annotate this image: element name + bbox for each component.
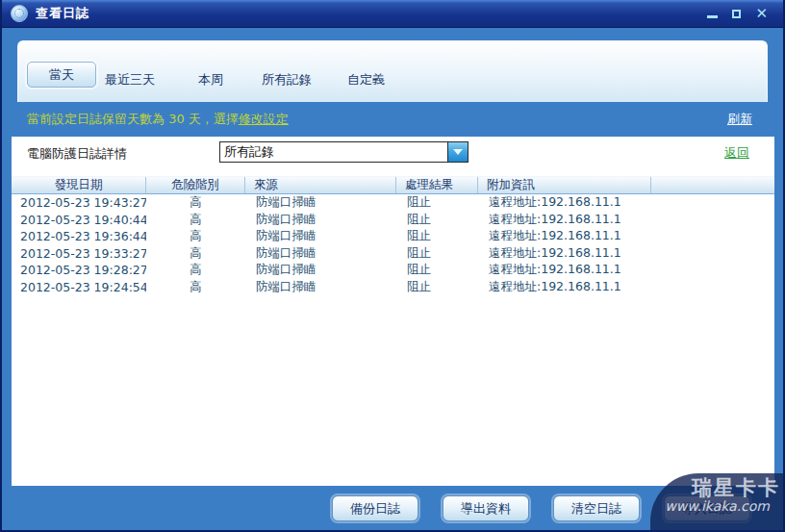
cell-result: 阻止 — [396, 212, 478, 228]
table-row[interactable]: 2012-05-23 19:28:27 高 防端口掃瞄 阻止 遠程地址:192.… — [12, 262, 774, 279]
title-bar: 查看日誌 ✕ — [0, 0, 785, 28]
cell-date: 2012-05-23 19:43:27 — [12, 195, 146, 210]
retention-notice-prefix: 當前設定日誌保留天數為 30 天，選擇 — [27, 112, 239, 126]
time-range-tabstrip: 當天 最近三天 本周 所有記錄 自定義 — [17, 40, 768, 102]
cell-date: 2012-05-23 19:36:44 — [12, 229, 146, 243]
cell-risk: 高 — [146, 194, 245, 211]
log-type-dropdown[interactable]: 所有記錄 — [219, 141, 468, 163]
cell-info: 遠程地址:192.168.11.1 — [478, 245, 651, 262]
close-button[interactable]: ✕ — [755, 6, 768, 21]
cell-date: 2012-05-23 19:28:27 — [12, 263, 146, 277]
column-header-empty — [651, 177, 774, 193]
cell-result: 阻止 — [396, 194, 478, 211]
table-row[interactable]: 2012-05-23 19:36:44 高 防端口掃瞄 阻止 遠程地址:192.… — [12, 228, 774, 245]
cell-info: 遠程地址:192.168.11.1 — [478, 212, 651, 228]
cell-info: 遠程地址:192.168.11.1 — [478, 279, 651, 295]
chevron-down-icon — [453, 149, 463, 155]
shield-badge-icon — [11, 5, 28, 22]
back-link[interactable]: 返回 — [724, 144, 749, 162]
cell-source: 防端口掃瞄 — [245, 279, 396, 295]
window-controls: ✕ — [707, 6, 785, 21]
export-data-button[interactable]: 導出資料 — [443, 495, 529, 521]
window-title: 查看日誌 — [36, 5, 89, 22]
retention-notice-text: 當前設定日誌保留天數為 30 天，選擇修改設定 — [27, 111, 289, 128]
cell-date: 2012-05-23 19:40:44 — [12, 213, 146, 227]
retention-notice-row: 當前設定日誌保留天數為 30 天，選擇修改設定 刷新 — [17, 102, 768, 137]
minimize-button[interactable] — [707, 6, 718, 21]
footer-button-bar: 備份日誌 導出資料 清空日誌 導入日誌 — [332, 495, 750, 521]
cell-date: 2012-05-23 19:33:27 — [12, 246, 146, 261]
cell-source: 防端口掃瞄 — [245, 194, 396, 211]
cell-source: 防端口掃瞄 — [245, 245, 396, 262]
tab-custom[interactable]: 自定義 — [347, 71, 385, 89]
table-row[interactable]: 2012-05-23 19:33:27 高 防端口掃瞄 阻止 遠程地址:192.… — [12, 245, 774, 263]
cell-result: 阻止 — [396, 262, 478, 278]
column-header-source: 來源 — [245, 177, 396, 193]
clear-log-button[interactable]: 清空日誌 — [553, 495, 640, 521]
refresh-link[interactable]: 刷新 — [727, 111, 752, 128]
tab-last-three-days[interactable]: 最近三天 — [105, 71, 155, 89]
cell-source: 防端口掃瞄 — [245, 262, 396, 278]
column-header-risk: 危險階別 — [146, 177, 245, 193]
cell-result: 阻止 — [396, 228, 478, 244]
table-row[interactable]: 2012-05-23 19:24:54 高 防端口掃瞄 阻止 遠程地址:192.… — [12, 279, 774, 296]
cell-source: 防端口掃瞄 — [245, 228, 396, 244]
cell-result: 阻止 — [396, 245, 478, 262]
tab-label: 當天 — [49, 66, 74, 84]
table-body: 2012-05-23 19:43:27 高 防端口掃瞄 阻止 遠程地址:192.… — [12, 194, 774, 295]
tab-all-records[interactable]: 所有記錄 — [262, 71, 312, 89]
column-header-info: 附加資訊 — [478, 177, 651, 193]
log-content-panel: 電腦防護日誌詳情 所有記錄 返回 發現日期 危險階別 來源 處理結果 附加資訊 … — [12, 137, 774, 486]
cell-info: 遠程地址:192.168.11.1 — [478, 228, 651, 244]
maximize-button[interactable] — [732, 6, 741, 21]
table-row[interactable]: 2012-05-23 19:40:44 高 防端口掃瞄 阻止 遠程地址:192.… — [12, 212, 774, 229]
table-row[interactable]: 2012-05-23 19:43:27 高 防端口掃瞄 阻止 遠程地址:192.… — [12, 194, 774, 212]
import-log-button[interactable]: 導入日誌 — [664, 495, 750, 521]
cell-risk: 高 — [146, 228, 245, 244]
log-detail-label: 電腦防護日誌詳情 — [27, 145, 127, 163]
close-icon: ✕ — [755, 7, 768, 21]
maximize-icon — [732, 10, 741, 18]
cell-risk: 高 — [146, 262, 245, 278]
cell-risk: 高 — [146, 279, 245, 295]
log-viewer-window: 查看日誌 ✕ 當天 最近三天 本周 所有記錄 自定義 當前設定日誌保留天數為 3… — [0, 0, 785, 532]
dropdown-button[interactable] — [447, 142, 468, 162]
minimize-icon — [707, 15, 718, 18]
cell-info: 遠程地址:192.168.11.1 — [478, 194, 651, 211]
tab-this-week[interactable]: 本周 — [198, 71, 223, 89]
cell-info: 遠程地址:192.168.11.1 — [478, 262, 651, 278]
dropdown-selected-value: 所有記錄 — [220, 143, 447, 161]
tab-today[interactable]: 當天 — [27, 62, 96, 88]
column-header-result: 處理結果 — [396, 177, 478, 193]
column-header-date: 發現日期 — [12, 177, 146, 193]
backup-log-button[interactable]: 備份日誌 — [332, 495, 418, 521]
cell-date: 2012-05-23 19:24:54 — [12, 280, 146, 294]
cell-risk: 高 — [146, 245, 245, 262]
cell-source: 防端口掃瞄 — [245, 212, 396, 228]
cell-risk: 高 — [146, 212, 245, 228]
modify-settings-link[interactable]: 修改設定 — [239, 112, 289, 126]
table-header-row: 發現日期 危險階別 來源 處理結果 附加資訊 — [12, 176, 774, 194]
cell-result: 阻止 — [396, 279, 478, 295]
